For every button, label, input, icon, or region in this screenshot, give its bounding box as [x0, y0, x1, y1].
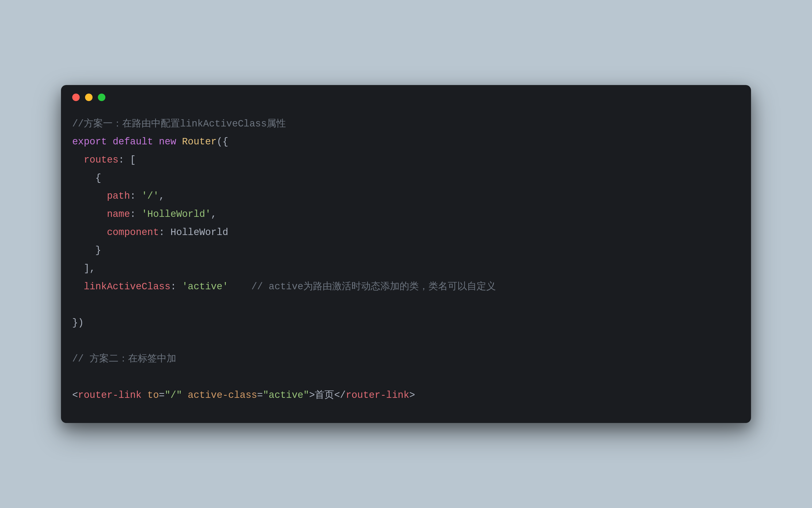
minimize-icon[interactable]: [85, 94, 92, 101]
string-active: 'active': [182, 281, 229, 292]
close-icon[interactable]: [72, 94, 80, 101]
prop-routes: routes: [84, 155, 119, 166]
keyword-export: export: [72, 136, 107, 147]
attr-to-value: "/": [165, 390, 182, 401]
class-router: Router: [182, 136, 217, 147]
code-content: //方案一：在路由中配置linkActiveClass属性 export def…: [61, 104, 751, 423]
tag-router-link-close: router-link: [346, 390, 409, 401]
comment-line2: // 方案二：在标签中加: [72, 353, 176, 365]
maximize-icon[interactable]: [98, 94, 106, 101]
attr-active-class-value: "active": [263, 390, 309, 401]
bracket: [: [130, 155, 136, 166]
component-ref: HolleWorld: [170, 227, 228, 238]
string-name: 'HolleWorld': [141, 209, 211, 220]
comment-inline: // active为路由激活时动态添加的类，类名可以自定义: [251, 281, 496, 292]
prop-name: name: [107, 209, 130, 220]
tag-open: <: [72, 390, 78, 401]
code-window: //方案一：在路由中配置linkActiveClass属性 export def…: [61, 85, 751, 423]
string-path: '/': [141, 190, 159, 202]
link-text: 首页: [315, 390, 334, 401]
keyword-new: new: [159, 136, 176, 147]
brace: {: [222, 136, 229, 147]
prop-path: path: [107, 190, 130, 202]
prop-component: component: [107, 227, 159, 238]
attr-active-class: active-class: [188, 390, 257, 401]
prop-linkactiveclass: linkActiveClass: [84, 281, 170, 292]
keyword-default: default: [113, 136, 153, 147]
tag-router-link: router-link: [78, 390, 142, 401]
paren: (: [217, 136, 222, 147]
window-titlebar: [61, 85, 751, 104]
attr-to: to: [147, 390, 159, 401]
comment-line: //方案一：在路由中配置linkActiveClass属性: [72, 119, 286, 129]
